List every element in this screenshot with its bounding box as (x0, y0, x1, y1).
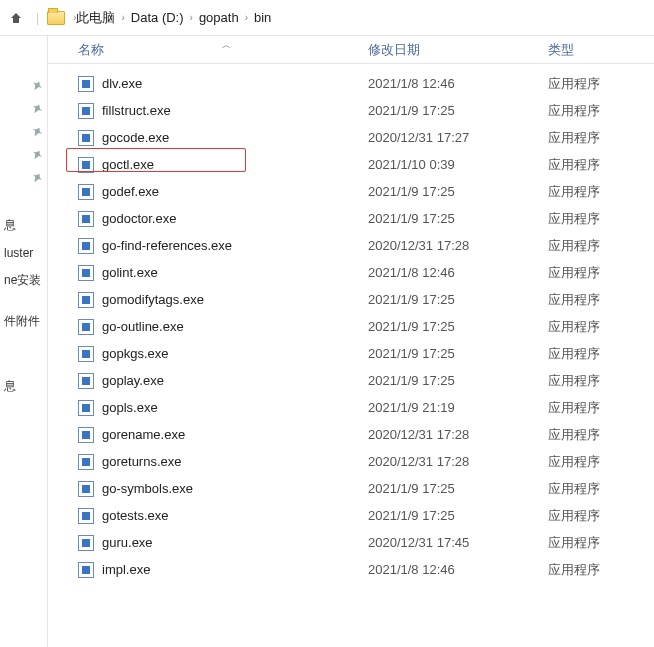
pin-icon[interactable] (0, 122, 47, 145)
pin-icon[interactable] (0, 76, 47, 99)
file-name-cell: guru.exe (48, 535, 368, 551)
file-row[interactable]: gopls.exe2021/1/9 21:19应用程序 (48, 394, 654, 421)
file-type-label: 应用程序 (548, 156, 654, 174)
exe-icon (78, 427, 94, 443)
file-row[interactable]: gocode.exe2020/12/31 17:27应用程序 (48, 124, 654, 151)
file-row[interactable]: goctl.exe2021/1/10 0:39应用程序 (48, 151, 654, 178)
column-header-date[interactable]: 修改日期 (368, 41, 548, 59)
file-date-label: 2020/12/31 17:28 (368, 238, 548, 253)
sidebar-item[interactable] (0, 336, 47, 348)
file-list-pane: 名称 ︿ 修改日期 类型 dlv.exe2021/1/8 12:46应用程序fi… (48, 36, 654, 647)
file-type-label: 应用程序 (548, 102, 654, 120)
file-date-label: 2021/1/9 17:25 (368, 211, 548, 226)
sidebar-item[interactable]: ne安装 (0, 266, 47, 295)
file-type-label: 应用程序 (548, 291, 654, 309)
sidebar-item[interactable]: 息 (0, 211, 47, 240)
file-date-label: 2021/1/8 12:46 (368, 265, 548, 280)
exe-icon (78, 103, 94, 119)
file-name-label: dlv.exe (102, 76, 142, 91)
pin-icon[interactable] (0, 99, 47, 122)
file-name-cell: godoctor.exe (48, 211, 368, 227)
file-row[interactable]: goplay.exe2021/1/9 17:25应用程序 (48, 367, 654, 394)
file-date-label: 2021/1/9 17:25 (368, 346, 548, 361)
file-row[interactable]: gorename.exe2020/12/31 17:28应用程序 (48, 421, 654, 448)
chevron-right-icon: › (245, 12, 248, 23)
file-name-label: goreturns.exe (102, 454, 182, 469)
sidebar-item[interactable] (0, 348, 47, 360)
file-date-label: 2020/12/31 17:28 (368, 454, 548, 469)
exe-icon (78, 265, 94, 281)
file-name-label: go-find-references.exe (102, 238, 232, 253)
exe-icon (78, 184, 94, 200)
file-name-label: gopls.exe (102, 400, 158, 415)
exe-icon (78, 508, 94, 524)
file-date-label: 2021/1/9 17:25 (368, 373, 548, 388)
file-name-label: gopkgs.exe (102, 346, 169, 361)
file-type-label: 应用程序 (548, 534, 654, 552)
file-name-cell: goplay.exe (48, 373, 368, 389)
file-row[interactable]: guru.exe2020/12/31 17:45应用程序 (48, 529, 654, 556)
file-date-label: 2021/1/9 17:25 (368, 184, 548, 199)
file-date-label: 2021/1/8 12:46 (368, 562, 548, 577)
sidebar-item[interactable]: 息 (0, 372, 47, 401)
chevron-right-icon: › (121, 12, 124, 23)
file-name-label: gomodifytags.exe (102, 292, 204, 307)
file-date-label: 2020/12/31 17:45 (368, 535, 548, 550)
file-type-label: 应用程序 (548, 237, 654, 255)
column-header-type[interactable]: 类型 (548, 41, 654, 59)
file-type-label: 应用程序 (548, 129, 654, 147)
file-date-label: 2021/1/10 0:39 (368, 157, 548, 172)
breadcrumb-segment[interactable]: Data (D:) (131, 10, 184, 25)
exe-icon (78, 292, 94, 308)
file-row[interactable]: go-find-references.exe2020/12/31 17:28应用… (48, 232, 654, 259)
pin-icon[interactable] (0, 168, 47, 191)
file-row[interactable]: go-symbols.exe2021/1/9 17:25应用程序 (48, 475, 654, 502)
file-name-cell: go-outline.exe (48, 319, 368, 335)
file-row[interactable]: gopkgs.exe2021/1/9 17:25应用程序 (48, 340, 654, 367)
file-row[interactable]: godef.exe2021/1/9 17:25应用程序 (48, 178, 654, 205)
file-name-cell: gopkgs.exe (48, 346, 368, 362)
exe-icon (78, 238, 94, 254)
file-row[interactable]: gotests.exe2021/1/9 17:25应用程序 (48, 502, 654, 529)
column-header-name[interactable]: 名称 ︿ (48, 41, 368, 59)
file-name-label: go-symbols.exe (102, 481, 193, 496)
sidebar-item[interactable]: luster (0, 240, 47, 266)
file-date-label: 2021/1/9 17:25 (368, 292, 548, 307)
file-name-label: golint.exe (102, 265, 158, 280)
exe-icon (78, 535, 94, 551)
file-row[interactable]: fillstruct.exe2021/1/9 17:25应用程序 (48, 97, 654, 124)
file-name-cell: impl.exe (48, 562, 368, 578)
file-row[interactable]: gomodifytags.exe2021/1/9 17:25应用程序 (48, 286, 654, 313)
file-date-label: 2021/1/9 17:25 (368, 319, 548, 334)
file-row[interactable]: golint.exe2021/1/8 12:46应用程序 (48, 259, 654, 286)
breadcrumb-segment[interactable]: gopath (199, 10, 239, 25)
sidebar-item[interactable]: 件附件 (0, 307, 47, 336)
folder-icon (47, 11, 65, 25)
breadcrumb[interactable]: 此电脑›Data (D:)›gopath›bin (76, 9, 271, 27)
exe-icon (78, 373, 94, 389)
address-toolbar: | › 此电脑›Data (D:)›gopath›bin (0, 0, 654, 36)
file-type-label: 应用程序 (548, 372, 654, 390)
breadcrumb-segment[interactable]: bin (254, 10, 271, 25)
file-row[interactable]: go-outline.exe2021/1/9 17:25应用程序 (48, 313, 654, 340)
file-name-cell: goreturns.exe (48, 454, 368, 470)
file-row[interactable]: dlv.exe2021/1/8 12:46应用程序 (48, 70, 654, 97)
file-name-cell: gotests.exe (48, 508, 368, 524)
file-type-label: 应用程序 (548, 453, 654, 471)
file-date-label: 2021/1/9 17:25 (368, 508, 548, 523)
exe-icon (78, 157, 94, 173)
sidebar-item[interactable] (0, 360, 47, 372)
file-date-label: 2021/1/9 21:19 (368, 400, 548, 415)
pin-icon[interactable] (0, 145, 47, 168)
file-name-label: goplay.exe (102, 373, 164, 388)
file-name-cell: gocode.exe (48, 130, 368, 146)
file-name-cell: gorename.exe (48, 427, 368, 443)
file-name-label: fillstruct.exe (102, 103, 171, 118)
up-button[interactable] (4, 6, 28, 30)
breadcrumb-segment[interactable]: 此电脑 (76, 9, 115, 27)
sidebar-item[interactable] (0, 295, 47, 307)
nav-sidebar: 息lusterne安装件附件息 (0, 36, 48, 647)
file-row[interactable]: impl.exe2021/1/8 12:46应用程序 (48, 556, 654, 583)
file-row[interactable]: godoctor.exe2021/1/9 17:25应用程序 (48, 205, 654, 232)
file-row[interactable]: goreturns.exe2020/12/31 17:28应用程序 (48, 448, 654, 475)
